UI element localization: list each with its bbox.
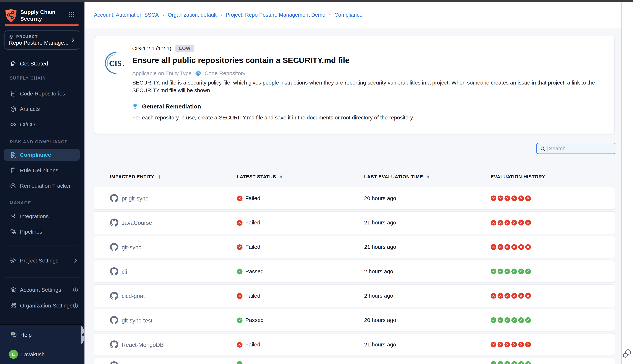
history-failed-icon: ✕ xyxy=(498,220,503,226)
sidebar-item-ci-cd[interactable]: CI/CD xyxy=(0,118,84,130)
chat-bubbles-icon[interactable] xyxy=(622,348,632,358)
sidebar-item-label: Account Settings xyxy=(20,287,61,293)
sidebar-item-label: Remediation Tracker xyxy=(20,182,71,188)
breadcrumb-link[interactable]: Organization: default xyxy=(168,12,217,18)
sidebar-item-integrations[interactable]: Integrations xyxy=(0,210,84,222)
sidebar-item-artifacts[interactable]: Artifacts xyxy=(0,103,84,115)
impacted-entity-cell: cli xyxy=(110,267,127,276)
entity-name-link[interactable]: git-sync-test xyxy=(122,317,152,324)
search-input[interactable] xyxy=(549,146,610,152)
sidebar-item-get-started[interactable]: Get Started xyxy=(0,57,84,70)
rule-id: CIS-1.2.1 (1.2.1) xyxy=(132,45,171,52)
table-row[interactable]: pr-git-sync✕Failed20 hours ago✕✕✕✕✕✕ xyxy=(94,187,615,209)
entity-name-link[interactable]: git-sync xyxy=(122,244,141,250)
status-label: Failed xyxy=(245,342,260,348)
entity-name-link[interactable]: cicd-goat xyxy=(122,292,145,299)
sidebar-item-project-settings[interactable]: Project Settings xyxy=(0,254,84,266)
column-header-impacted-entity[interactable]: IMPACTED ENTITY▲▼ xyxy=(110,173,161,181)
history-passed-icon: ✓ xyxy=(504,317,510,323)
info-icon[interactable] xyxy=(72,287,78,293)
sidebar-item-organization-settings[interactable]: Organization Settings xyxy=(0,300,84,312)
breadcrumb: Account: Automation-SSCA›Organization: d… xyxy=(94,12,362,18)
sidebar-item-label: CI/CD xyxy=(20,121,35,127)
history-passed-icon: ✓ xyxy=(491,268,496,274)
column-header-evaluation-history: EVALUATION HISTORY xyxy=(491,173,545,181)
latest-status-cell: ✕Failed xyxy=(237,220,260,226)
table-row[interactable]: git-sync✕Failed21 hours ago✕✕✕✕✕✕ xyxy=(94,236,615,258)
history-failed-icon: ✕ xyxy=(491,342,496,347)
sidebar-item-help[interactable]: ? Help xyxy=(0,329,84,341)
last-evaluation-time-cell: 2 hours ago xyxy=(364,293,393,299)
sort-arrows-icon[interactable]: ▲▼ xyxy=(427,174,430,179)
impacted-entity-cell: cicd-goat xyxy=(110,292,145,300)
sidebar-item-rule-definitions[interactable]: Rule Definitions xyxy=(0,164,84,176)
sort-arrows-icon[interactable]: ▲▼ xyxy=(280,174,283,179)
sidebar-item-pipelines[interactable]: Pipelines xyxy=(0,226,84,238)
breadcrumb-link[interactable]: Project: Repo Posture Management Demo xyxy=(226,12,325,18)
history-failed-icon: ✕ xyxy=(518,195,524,201)
sidebar-item-code-repositories[interactable]: Code Repositories xyxy=(0,88,84,100)
impacted-entity-cell: git-sync xyxy=(110,243,141,251)
history-passed-icon: ✓ xyxy=(518,317,524,323)
table-row[interactable]: cicd-goat✕Failed2 hours ago✕✕✕✕✕✕ xyxy=(94,285,615,307)
entity-name-link[interactable]: cli xyxy=(122,268,127,275)
column-header-latest-status[interactable]: LATEST STATUS▲▼ xyxy=(237,173,283,181)
history-failed-icon: ✕ xyxy=(511,342,517,347)
table-row[interactable]: git-sync-test✓Passed20 hours ago✓✓✓✓✓✓ xyxy=(94,309,615,331)
sidebar-section-header: SUPPLY CHAIN xyxy=(0,76,84,80)
remediation-title: General Remediation xyxy=(142,103,201,110)
table-header-row: IMPACTED ENTITY▲▼LATEST STATUS▲▼LAST EVA… xyxy=(94,173,615,185)
avatar: L xyxy=(9,350,18,359)
artifacts-icon xyxy=(10,105,17,112)
github-icon xyxy=(110,316,118,324)
sidebar-item-account-settings[interactable]: Account Settings xyxy=(0,284,84,296)
gear-icon xyxy=(10,257,17,264)
history-passed-icon: ✓ xyxy=(525,361,531,364)
history-failed-icon: ✕ xyxy=(518,293,524,298)
history-failed-icon: ✕ xyxy=(498,342,503,347)
column-header-label: IMPACTED ENTITY xyxy=(110,174,154,179)
project-selector[interactable]: PROJECT Repo Posture Manage... xyxy=(5,30,79,50)
sidebar-item-user[interactable]: L Lavakush xyxy=(0,348,84,360)
table-row[interactable]: ✓✓✓✓✓✓✓ xyxy=(94,358,615,364)
column-header-last-evaluation-time[interactable]: LAST EVALUATION TIME▲▼ xyxy=(364,173,430,181)
breadcrumb-link[interactable]: Account: Automation-SSCA xyxy=(94,12,159,18)
app-root: Supply Chain Security PROJECT Repo Postu… xyxy=(0,0,633,364)
sidebar-item-remediation-tracker[interactable]: Remediation Tracker xyxy=(0,180,84,192)
severity-badge: LOW xyxy=(175,45,194,52)
sort-arrows-icon[interactable]: ▲▼ xyxy=(158,174,161,179)
app-switcher-grid-icon[interactable] xyxy=(68,11,75,18)
entity-name-link[interactable]: React-MongoDB xyxy=(122,341,164,348)
table-row[interactable]: JavaCourse✕Failed21 hours ago✕✕✕✕✕✕ xyxy=(94,212,615,234)
sidebar-item-compliance[interactable]: Compliance xyxy=(4,149,80,161)
github-icon xyxy=(110,292,118,300)
history-failed-icon: ✕ xyxy=(511,220,517,226)
status-passed-icon: ✓ xyxy=(237,361,243,364)
history-failed-icon: ✕ xyxy=(491,244,496,250)
history-failed-icon: ✕ xyxy=(525,195,531,201)
status-failed-icon: ✕ xyxy=(237,244,243,250)
sidebar-footer: ? Help L Lavakush xyxy=(0,324,84,364)
entity-name-link[interactable]: JavaCourse xyxy=(122,219,152,226)
history-passed-icon: ✓ xyxy=(504,268,510,274)
entity-name-link[interactable]: pr-git-sync xyxy=(122,195,148,202)
status-label: Failed xyxy=(245,195,260,201)
github-icon xyxy=(110,361,118,364)
text-caret xyxy=(548,146,548,151)
history-failed-icon: ✕ xyxy=(525,293,531,298)
table-row[interactable]: React-MongoDB✕Failed21 hours ago✕✕✕✕✕✕ xyxy=(94,334,615,356)
remediation-text: For each repository in use, create a SEC… xyxy=(132,114,414,120)
lightbulb-icon xyxy=(131,103,139,110)
scrollbar-track[interactable] xyxy=(621,2,633,364)
table-row[interactable]: cli✓Passed2 hours ago✓✓✓✓✓✓ xyxy=(94,260,615,282)
impacted-entity-cell xyxy=(110,361,122,364)
sidebar-item-label: Rule Definitions xyxy=(20,167,58,173)
layers-gear-icon xyxy=(10,286,17,293)
breadcrumb-separator: › xyxy=(162,12,164,18)
page-header: Account: Automation-SSCA›Organization: d… xyxy=(85,2,621,28)
breadcrumb-link[interactable]: Compliance xyxy=(334,12,362,18)
history-passed-icon: ✓ xyxy=(498,268,503,274)
github-icon xyxy=(110,218,118,227)
history-failed-icon: ✕ xyxy=(525,220,531,226)
info-icon[interactable] xyxy=(72,302,78,308)
